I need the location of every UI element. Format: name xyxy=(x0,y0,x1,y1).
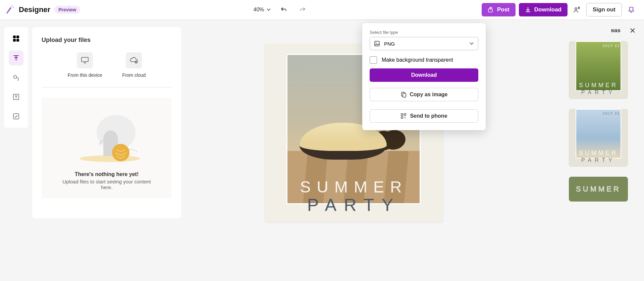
close-icon xyxy=(630,28,635,33)
image-file-icon xyxy=(374,41,380,47)
rail-text[interactable] xyxy=(9,90,23,104)
ideas-header: eas xyxy=(569,27,636,34)
idea-card-2[interactable]: JULY 31 SUMMER PARTY xyxy=(569,109,628,167)
app-logo-icon xyxy=(5,5,15,15)
svg-rect-8 xyxy=(13,36,16,38)
copy-image-button[interactable]: Copy as image xyxy=(370,88,478,101)
device-label: From this device xyxy=(68,72,102,78)
svg-rect-27 xyxy=(404,117,405,117)
upload-source-row: From this device From cloud xyxy=(42,52,172,78)
download-popover: Select file type PNG Make background tra… xyxy=(362,23,486,130)
cloud-icon xyxy=(129,56,139,65)
svg-point-12 xyxy=(14,75,17,78)
svg-rect-23 xyxy=(403,93,406,97)
divider xyxy=(42,87,172,88)
download-icon xyxy=(525,7,531,13)
cloud-label: From cloud xyxy=(122,72,146,78)
copy-label: Copy as image xyxy=(410,92,448,98)
svg-rect-15 xyxy=(82,57,88,62)
post-button[interactable]: Post xyxy=(482,3,516,16)
preview-badge: Preview xyxy=(54,6,80,14)
upload-from-cloud[interactable]: From cloud xyxy=(122,52,146,78)
share-icon xyxy=(488,7,494,13)
post-label: Post xyxy=(497,6,509,13)
empty-illustration xyxy=(66,106,147,166)
ideas-title: eas xyxy=(611,27,621,34)
copy-icon xyxy=(400,92,407,98)
design-ideas-panel: eas JULY 31 SUMMER PARTY JULY 31 SUMMER … xyxy=(569,27,636,202)
tool-rail xyxy=(4,27,28,128)
canvas-headline: SUMMER PARTY xyxy=(265,178,443,215)
idea-card-1[interactable]: JULY 31 SUMMER PARTY xyxy=(569,41,628,99)
filetype-select[interactable]: PNG xyxy=(370,37,478,50)
redo-button[interactable] xyxy=(297,4,309,16)
svg-point-6 xyxy=(633,7,634,8)
idea1-line2: PARTY xyxy=(569,90,628,96)
qr-icon xyxy=(400,113,407,119)
svg-point-19 xyxy=(112,144,129,161)
people-button[interactable] xyxy=(571,4,583,16)
svg-point-17 xyxy=(80,155,140,162)
upload-panel: Upload your files From this device From … xyxy=(32,27,181,218)
download-label: Download xyxy=(534,6,561,13)
svg-rect-25 xyxy=(404,114,406,115)
download-header-button[interactable]: Download xyxy=(519,3,568,16)
app-name: Designer xyxy=(19,5,50,14)
signout-label: Sign out xyxy=(593,6,615,13)
idea-list: JULY 31 SUMMER PARTY JULY 31 SUMMER PART… xyxy=(569,41,636,202)
svg-point-5 xyxy=(578,7,580,9)
svg-point-0 xyxy=(12,6,12,6)
monitor-icon xyxy=(80,56,89,65)
close-ideas-button[interactable] xyxy=(629,27,636,34)
chevron-down-icon xyxy=(469,41,474,46)
svg-rect-14 xyxy=(13,114,19,119)
sign-out-button[interactable]: Sign out xyxy=(586,3,622,16)
headline-2: PARTY xyxy=(265,195,443,215)
svg-point-4 xyxy=(575,8,577,10)
send-phone-button[interactable]: Send to phone xyxy=(370,109,478,123)
idea1-line1: SUMMER xyxy=(569,82,628,89)
upload-title: Upload your files xyxy=(42,37,172,44)
send-label: Send to phone xyxy=(410,113,447,119)
rail-templates[interactable] xyxy=(9,31,23,46)
popover-download-label: Download xyxy=(411,72,437,78)
popover-download-button[interactable]: Download xyxy=(370,68,478,82)
transparent-bg-checkbox[interactable]: Make background transparent xyxy=(370,56,478,64)
idea3-line1: SUMMER xyxy=(569,185,628,193)
svg-rect-11 xyxy=(16,39,19,42)
idea-card-3[interactable]: SUMMER xyxy=(569,177,628,202)
svg-rect-9 xyxy=(16,36,19,38)
header-center-tools: 40% xyxy=(254,4,309,16)
rail-image[interactable] xyxy=(9,70,23,85)
app-header: Designer Preview 40% Post Download Sign … xyxy=(0,0,644,20)
rail-upload[interactable] xyxy=(9,51,23,65)
empty-state: There's nothing here yet! Upload files t… xyxy=(42,98,172,198)
workspace: Upload your files From this device From … xyxy=(0,20,644,281)
rail-check[interactable] xyxy=(9,109,23,124)
undo-button[interactable] xyxy=(278,4,290,16)
svg-rect-26 xyxy=(401,117,403,118)
svg-point-2 xyxy=(11,5,11,6)
empty-title: There's nothing here yet! xyxy=(50,171,164,177)
app-identity: Designer Preview xyxy=(5,5,80,15)
svg-point-21 xyxy=(376,43,377,44)
transparent-label: Make background transparent xyxy=(382,57,453,63)
upload-from-device[interactable]: From this device xyxy=(68,52,102,78)
idea1-date: JULY 31 xyxy=(603,44,620,48)
checkbox-icon xyxy=(370,56,377,64)
svg-rect-10 xyxy=(13,39,16,42)
filetype-value: PNG xyxy=(384,41,465,47)
zoom-value: 40% xyxy=(254,7,264,13)
idea2-line2: PARTY xyxy=(569,157,628,163)
svg-rect-28 xyxy=(405,118,406,118)
filetype-label: Select file type xyxy=(370,30,478,35)
svg-rect-3 xyxy=(488,9,492,12)
idea2-line1: SUMMER xyxy=(569,150,628,157)
chevron-down-icon xyxy=(266,7,271,12)
notifications-button[interactable] xyxy=(625,4,637,16)
empty-subtitle: Upload files to start seeing your conten… xyxy=(60,179,154,190)
header-actions: Post Download Sign out xyxy=(482,3,639,16)
svg-point-1 xyxy=(13,7,13,8)
idea2-date: JULY 31 xyxy=(603,112,620,115)
zoom-control[interactable]: 40% xyxy=(254,7,271,13)
